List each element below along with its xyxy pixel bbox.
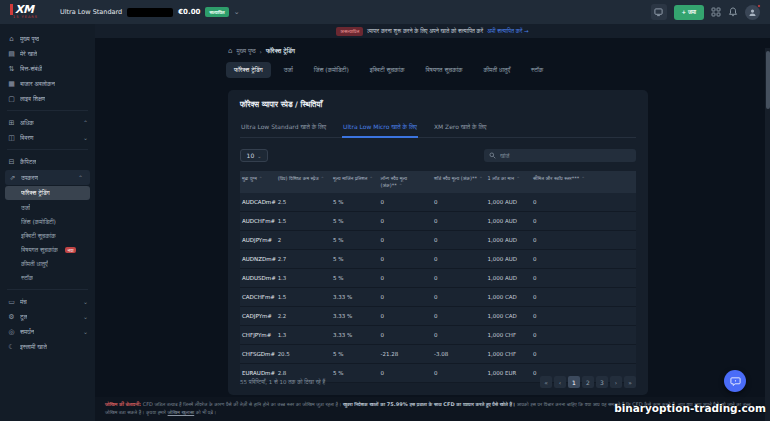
table-cell: -21.28 (379, 345, 432, 364)
apps-grid-icon[interactable] (711, 7, 721, 17)
risk-disclosure-link[interactable]: जोखिम खुलासा (168, 409, 195, 415)
scrollbar-track[interactable] (765, 48, 770, 421)
entries-info: 55 प्रविष्टियाँ, 1 से 10 तक को दिखा रहे … (240, 379, 325, 386)
sidebar-item-details[interactable]: ◫विवरण⌄ (0, 130, 95, 145)
sidebar-item-stocks[interactable]: स्टॉक (0, 271, 95, 285)
table-cell: 0 (432, 326, 485, 345)
sidebar-item-platforms[interactable]: ▭मंच⌄ (0, 294, 95, 309)
last-page-button[interactable]: » (624, 376, 636, 388)
sidebar-item-label: उर्जा (21, 204, 30, 212)
headset-icon: ◎ (7, 328, 16, 336)
table-cell: 0 (432, 231, 485, 250)
page-button-1[interactable]: 1 (568, 376, 580, 388)
table-footer: 55 प्रविष्टियाँ, 1 से 10 तक को दिखा रहे … (240, 376, 636, 388)
table-row: AUDNZDm#2.75 %001,000 AUD0 (240, 250, 636, 269)
sidebar-item-islamic-accounts[interactable]: ☾इस्लामी खाते (0, 339, 95, 354)
search-input[interactable] (500, 153, 631, 159)
sidebar-item-label: मुख्य पृष्ठ (20, 35, 39, 43)
column-label: शॉर्ट स्वैप मूल्य (अंक)** (434, 175, 477, 181)
first-page-button[interactable]: « (540, 376, 552, 388)
sidebar-item-commodities[interactable]: जिंस (कमोडिटी) (0, 215, 95, 229)
account-tab-2[interactable]: XM Zero खाते के लिए (433, 119, 488, 137)
table-cell: 5 % (331, 250, 379, 269)
search-box[interactable] (484, 149, 636, 162)
page-size-select[interactable]: 10 ⌄ (240, 149, 268, 162)
sidebar-item-instruments[interactable]: ⇗उपकरण⌃ (5, 170, 90, 185)
tab-2[interactable]: जिंस (कमोडिटी) (306, 62, 357, 78)
table-cell: 1,000 AUD (485, 269, 531, 288)
platforms-button[interactable] (651, 4, 667, 20)
home-icon[interactable]: ⌂ (228, 47, 232, 55)
table-cell: 3.33 % (331, 307, 379, 326)
table-row: AUDUSDm#1.35 %001,000 AUD0 (240, 269, 636, 288)
book-icon: ◫ (7, 134, 16, 142)
bell-icon[interactable] (728, 7, 738, 17)
tab-6[interactable]: स्टॉक (523, 62, 551, 78)
live-chat-button[interactable] (724, 370, 746, 392)
breadcrumb-home[interactable]: मुख्य पृष्ठ (236, 47, 255, 55)
sidebar-item-home[interactable]: ⌂मुख्य पृष्ठ (0, 31, 95, 46)
column-header[interactable]: मुद्रा युग्म⌃ (240, 171, 276, 193)
sidebar-item-precious-metals[interactable]: कीमती धातुएँ (0, 257, 95, 271)
disclaimer-bold-text: खुदरा निवेशक खातों का 75.99% इस प्रदाता … (343, 401, 515, 407)
table-cell: -3.08 (432, 345, 485, 364)
sidebar-item-market-overview[interactable]: ▦बाजार अवलोकन (0, 76, 95, 91)
sidebar-item-support[interactable]: ◎समर्थन⌄ (0, 324, 95, 339)
sidebar-item-my-accounts[interactable]: ▤मेरे खाते (0, 46, 95, 61)
table-cell: CADCHFm# (240, 288, 276, 307)
account-type-label: Ultra Low Standard (60, 8, 122, 16)
column-header[interactable]: लॉन्ग स्वैप मूल्य (अंक)**⌃ (379, 171, 432, 193)
sidebar-item-forex-trading[interactable]: फॉरेक्स ट्रेडिंग (5, 186, 90, 200)
page-button-3[interactable]: 3 (596, 376, 608, 388)
sidebar-item-thematic-indices[interactable]: विषयगत सूचकांकनया (0, 243, 95, 257)
table-cell: 2.2 (276, 307, 331, 326)
table-cell: 5 % (331, 193, 379, 212)
deposit-button[interactable]: + जमा (674, 5, 704, 20)
monitor-icon: ▭ (7, 298, 16, 306)
column-header[interactable]: सीमित और स्टॉप स्तर***⌃ (531, 171, 636, 193)
chevron-down-icon: ⌄ (83, 313, 88, 320)
scrollbar-thumb[interactable] (766, 51, 770, 109)
tab-0[interactable]: फॉरेक्स ट्रेडिंग (226, 62, 271, 78)
briefcase-icon: ▦ (7, 80, 16, 88)
sidebar-item-more[interactable]: ⊞अधिक⌃ (0, 115, 95, 130)
sort-icon: ⌃ (320, 176, 324, 181)
sidebar-item-capital[interactable]: ⊟कैपिटल (0, 154, 95, 169)
user-avatar[interactable] (745, 5, 760, 20)
spreads-table: मुद्रा युग्म⌃(पिप) विशिष्ट कम स्प्रेड⌃मू… (240, 171, 636, 383)
chevron-down-icon[interactable]: ⌄ (234, 8, 240, 16)
account-tab-1[interactable]: Ultra Low Micro खाते के लिए (342, 119, 418, 138)
sidebar-item-label: जिंस (कमोडिटी) (21, 218, 56, 226)
sidebar-item-label: मंच (20, 298, 27, 306)
wallet-icon: ▤ (7, 50, 16, 58)
prev-page-button[interactable]: ‹ (554, 376, 566, 388)
sidebar-item-live-education[interactable]: ▢लाइव शिक्षण (0, 91, 95, 106)
sidebar-item-equity-indices[interactable]: इक्विटी सूचकांक (0, 229, 95, 243)
column-header[interactable]: 1 लॉट का मान⌃ (485, 171, 531, 193)
sidebar-item-tools[interactable]: ⚙टूल⌄ (0, 309, 95, 324)
column-header[interactable]: शॉर्ट स्वैप मूल्य (अंक)**⌃ (432, 171, 485, 193)
column-header[interactable]: (पिप) विशिष्ट कम स्प्रेड⌃ (276, 171, 331, 193)
table-cell: 1,000 AUD (485, 231, 531, 250)
table-cell: 0 (379, 193, 432, 212)
next-page-button[interactable]: › (610, 376, 622, 388)
account-id-redacted (127, 8, 173, 17)
column-header[interactable]: मूल्य मार्जिन प्रतिशत⌃ (331, 171, 379, 193)
sidebar-item-funding[interactable]: ⇅वित्त-संबंधी (0, 61, 95, 76)
verify-now-link[interactable]: अभी सत्यापित करें → (487, 28, 528, 35)
page-button-2[interactable]: 2 (582, 376, 594, 388)
chevron-down-icon: ⌄ (83, 134, 88, 141)
tab-5[interactable]: कीमती धातुएँ (475, 62, 518, 78)
topbar-actions: + जमा (651, 4, 760, 20)
tab-3[interactable]: इक्विटी सूचकांक (362, 62, 413, 78)
tab-1[interactable]: उर्जा (276, 62, 301, 78)
sidebar-item-energies[interactable]: उर्जा (0, 201, 95, 215)
sort-icon: ⌃ (516, 176, 520, 181)
xm-logo[interactable]: XM 15 YEARS (10, 4, 38, 20)
account-switcher[interactable]: Ultra Low Standard €0.00 सत्यापित ⌄ (60, 7, 240, 17)
table-cell: 5 % (331, 212, 379, 231)
account-balance: €0.00 (178, 8, 200, 16)
column-label: 1 लॉट का मान (487, 175, 514, 181)
account-tab-0[interactable]: Ultra Low Standard खाते के लिए (240, 119, 327, 137)
tab-4[interactable]: विषयगत सूचकांक (417, 62, 470, 78)
